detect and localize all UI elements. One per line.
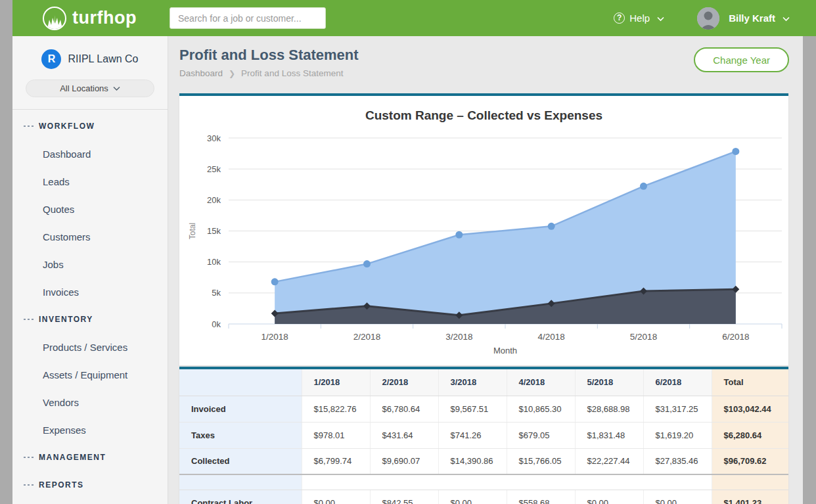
column-header (179, 369, 302, 396)
location-label: All Locations (60, 83, 108, 93)
data-point-collected[interactable] (363, 260, 371, 267)
help-icon: ? (614, 12, 625, 24)
table-cell: $1,831.48 (575, 422, 643, 448)
sidebar-section-reports[interactable]: REPORTS (12, 471, 168, 499)
y-axis-title: Total (188, 223, 197, 239)
sidebar-item-customers[interactable]: Customers (12, 223, 168, 250)
x-tick-label: 2/2018 (353, 332, 380, 342)
sidebar-item-expenses[interactable]: Expenses (12, 416, 168, 444)
row-total: $6,280.64 (712, 422, 788, 448)
company-logo: R (41, 49, 61, 69)
sidebar-item-jobs[interactable]: Jobs (12, 250, 168, 278)
table-header-row: 1/20182/20183/20184/20185/20186/2018Tota… (179, 369, 788, 396)
right-scrollbar[interactable] (803, 36, 816, 504)
row-total: $1,401.23 (712, 490, 788, 504)
dashes-icon (24, 319, 34, 320)
chart-title: Custom Range – Collected vs Expenses (179, 96, 788, 124)
data-point-collected[interactable] (455, 231, 463, 239)
table-row: Contract Labor$0.00$842.55$0.00$558.68$0… (179, 490, 788, 504)
chevron-down-icon (657, 12, 664, 24)
table-cell: $14,390.86 (438, 448, 507, 474)
column-header: Total (712, 369, 788, 396)
table-row: Taxes$978.01$431.64$741.26$679.05$1,831.… (179, 422, 788, 448)
sidebar-section-management[interactable]: MANAGEMENT (12, 444, 168, 471)
breadcrumb-dashboard[interactable]: Dashboard (179, 68, 223, 78)
table-cell: $978.01 (302, 422, 370, 448)
table-cell: $10,865.30 (507, 396, 575, 422)
sidebar: R RIIPL Lawn Co All Locations WORKFLOWDa… (12, 36, 168, 504)
sidebar-item-dashboard[interactable]: Dashboard (12, 140, 168, 168)
brand[interactable]: turfhop (43, 7, 137, 30)
table-cell: $28,688.98 (575, 396, 643, 422)
sidebar-section-workflow[interactable]: WORKFLOW (12, 112, 168, 140)
x-tick-label: 5/2018 (630, 332, 657, 342)
chevron-right-icon: ❯ (229, 69, 235, 78)
row-total: $103,042.44 (712, 396, 788, 422)
sidebar-item-invoices[interactable]: Invoices (12, 278, 168, 306)
search-input[interactable] (170, 7, 326, 29)
sidebar-item-quotes[interactable]: Quotes (12, 195, 168, 223)
pl-table-card: 1/20182/20183/20184/20185/20186/2018Tota… (179, 367, 788, 504)
column-header: 4/2018 (507, 369, 575, 396)
sidebar-section-inventory[interactable]: INVENTORY (12, 306, 168, 333)
table-row: Collected$6,799.74$9,690.07$14,390.86$15… (179, 448, 788, 474)
x-tick-label: 3/2018 (445, 332, 472, 342)
sidebar-item-vendors[interactable]: Vendors (12, 388, 168, 416)
sidebar-item-products-services[interactable]: Products / Services (12, 333, 168, 361)
main-content: Profit and Loss Statement Dashboard ❯ Pr… (168, 36, 803, 504)
table-cell: $679.05 (507, 422, 575, 448)
column-header: 3/2018 (438, 369, 507, 396)
company-name: RIIPL Lawn Co (68, 53, 138, 65)
sidebar-item-leads[interactable]: Leads (12, 168, 168, 195)
y-tick-label: 25k (207, 164, 221, 174)
x-tick-label: 4/2018 (538, 332, 565, 342)
data-point-collected[interactable] (640, 183, 647, 190)
pl-chart-card: Custom Range – Collected vs Expenses 0k5… (179, 93, 788, 365)
help-menu[interactable]: ? Help (614, 12, 664, 24)
y-tick-label: 20k (207, 195, 221, 205)
topbar: turfhop ? Help Billy Kraft (12, 0, 816, 36)
turfhop-grass-icon (43, 7, 66, 30)
company-row: R RIIPL Lawn Co (12, 36, 168, 69)
table-cell: $9,690.07 (370, 448, 438, 474)
chevron-down-icon (782, 12, 790, 24)
column-header: 6/2018 (643, 369, 712, 396)
user-menu[interactable]: Billy Kraft (729, 12, 790, 24)
table-row: Invoiced$15,822.76$6,780.64$9,567.51$10,… (179, 396, 788, 422)
user-avatar[interactable] (697, 7, 719, 30)
sidebar-section-super-admin[interactable]: SUPER ADMIN (12, 499, 168, 504)
table-cell: $0.00 (438, 490, 507, 504)
user-name: Billy Kraft (729, 12, 775, 24)
change-year-button[interactable]: Change Year (694, 47, 789, 72)
breadcrumb: Dashboard ❯ Profit and Loss Statement (179, 68, 343, 78)
sidebar-item-assets-equipment[interactable]: Assets / Equipment (12, 361, 168, 388)
x-axis-title: Month (493, 346, 517, 355)
table-cell: $27,835.46 (643, 448, 712, 474)
y-tick-label: 0k (212, 319, 221, 329)
y-tick-label: 5k (212, 288, 221, 298)
help-label: Help (629, 12, 650, 24)
row-label: Invoiced (179, 396, 302, 422)
table-cell: $842.55 (370, 490, 438, 504)
table-cell: $0.00 (302, 490, 370, 504)
table-cell: $6,780.64 (370, 396, 438, 422)
page-title: Profit and Loss Statement (179, 47, 359, 64)
table-cell: $9,567.51 (438, 396, 507, 422)
data-point-collected[interactable] (271, 278, 279, 285)
column-header: 5/2018 (575, 369, 643, 396)
data-point-collected[interactable] (732, 148, 739, 155)
pl-chart: 0k5k10k15k20k25k30k1/20182/20183/20184/2… (179, 124, 788, 365)
column-header: 2/2018 (370, 369, 438, 396)
dashes-icon (24, 457, 34, 458)
x-tick-label: 1/2018 (261, 332, 288, 342)
pl-table: 1/20182/20183/20184/20185/20186/2018Tota… (179, 369, 788, 504)
table-cell: $0.00 (643, 490, 712, 504)
data-point-collected[interactable] (548, 223, 555, 230)
left-scrollbar[interactable] (0, 0, 12, 504)
chevron-down-icon (113, 86, 120, 91)
table-cell: $6,799.74 (302, 448, 370, 474)
x-tick-label: 6/2018 (722, 332, 749, 342)
table-cell: $31,317.25 (643, 396, 712, 422)
table-cell: $15,766.05 (507, 448, 575, 474)
location-selector[interactable]: All Locations (26, 80, 154, 97)
